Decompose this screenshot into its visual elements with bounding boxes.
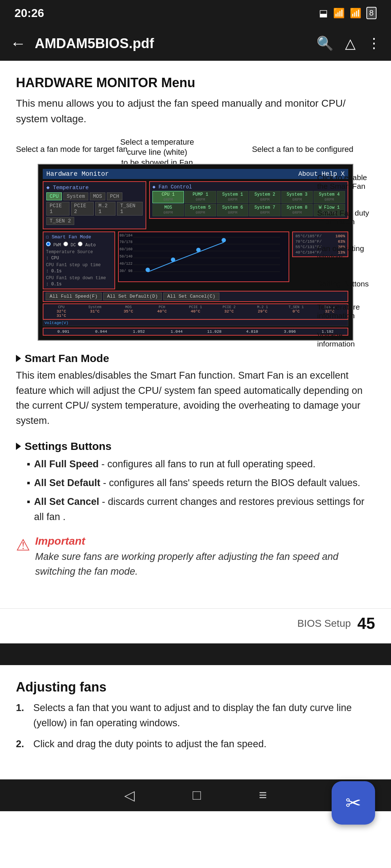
annot-smartfan-duty: Smart Fan dutyinformation bbox=[317, 209, 375, 226]
step-2-num: 2. bbox=[16, 737, 28, 752]
annot-setting-btns: Setting Buttons bbox=[317, 280, 375, 288]
temp-pcie2: PCIE 232°C bbox=[213, 305, 245, 318]
smart-fan-subsection: Smart Fan Mode This item enables/disable… bbox=[16, 352, 375, 429]
temp-tab-m21[interactable]: M.2 1 bbox=[95, 202, 115, 216]
triangle-icon bbox=[16, 355, 21, 362]
more-icon[interactable]: ⋮ bbox=[367, 35, 381, 51]
signal-icon: 📶 bbox=[350, 8, 361, 19]
drive-icon[interactable]: △ bbox=[345, 35, 356, 51]
right-annotations: Click to enablethe Smart Fan Smart Fan d… bbox=[317, 173, 375, 348]
step-1-num: 1. bbox=[16, 701, 28, 731]
volt-3: 1.052 bbox=[121, 329, 157, 334]
chart-grid bbox=[119, 232, 289, 281]
fab-button[interactable]: ✂ bbox=[332, 781, 375, 825]
adjusting-fans-list: 1. Selects a fan that you want to adjust… bbox=[16, 701, 375, 752]
step-1: 1. Selects a fan that you want to adjust… bbox=[16, 701, 375, 731]
important-label: Important bbox=[35, 535, 375, 547]
fan-sys1[interactable]: System 10RPM bbox=[217, 191, 248, 203]
annot-temp-info: Temperatureinformation bbox=[317, 303, 375, 320]
temp-mos: MOS35°C bbox=[112, 305, 145, 318]
wifi-icon: 📶 bbox=[333, 8, 345, 19]
temp-tab-pcie2[interactable]: PCIE 2 bbox=[71, 202, 94, 216]
bios-title-bar: Hardware Monitor About Help X bbox=[43, 169, 348, 179]
nav-back-button[interactable]: ◁ bbox=[124, 787, 135, 803]
fan-sys6[interactable]: System 60RPM bbox=[217, 204, 248, 216]
back-button[interactable]: ← bbox=[10, 34, 26, 52]
page1-content: HARDWARE MONITOR Menu This menu allows y… bbox=[0, 61, 391, 601]
temp-m21: M.2 129°C bbox=[246, 305, 279, 318]
bullet-desc-1: - configures all fans to run at full ope… bbox=[101, 459, 315, 469]
footer-label: BIOS Setup bbox=[297, 618, 351, 629]
bullet-all-set-cancel: All Set Cancel - discards current change… bbox=[27, 494, 375, 525]
smart-fan-chart: 80/184 70/178 60/160 50/140 40/122 30/ 9… bbox=[118, 231, 289, 282]
bullet-label-3: All Set Cancel bbox=[34, 496, 99, 507]
fan-pump1[interactable]: PUMP 10RPM bbox=[185, 191, 216, 203]
fan-sys3[interactable]: System 30RPM bbox=[281, 191, 313, 203]
nav-home-button[interactable]: □ bbox=[193, 787, 201, 803]
bullet-label-2: All Set Default bbox=[34, 477, 100, 488]
temperature-panel: ◆ Temperature CPU System MOS PCH PCIE 1 … bbox=[43, 181, 146, 229]
battery-icon: 8 bbox=[366, 7, 377, 19]
temp-system: System31°C bbox=[79, 305, 112, 318]
page2-content: Adjusting fans 1. Selects a fan that you… bbox=[0, 665, 391, 779]
temp-tab-pch[interactable]: PCH bbox=[107, 192, 122, 200]
section-desc: This menu allows you to adjust the fan s… bbox=[16, 95, 375, 127]
footer-page-num: 45 bbox=[357, 614, 375, 633]
settings-buttons-title: Settings Buttons bbox=[16, 440, 375, 452]
app-bar-actions: 🔍 △ ⋮ bbox=[316, 35, 381, 51]
temp-pcie1: PCIE 140°C bbox=[179, 305, 212, 318]
annot-enable-smartfan: Click to enablethe Smart Fan bbox=[317, 173, 375, 191]
fab-icon: ✂ bbox=[345, 792, 361, 814]
temp-pch: PCH40°C bbox=[146, 305, 178, 318]
temp-tabs3: T_SEN 2 bbox=[46, 217, 143, 225]
temp-panel-title: ◆ Temperature bbox=[46, 184, 143, 191]
all-set-cancel-btn[interactable]: All Set Cancel(C) bbox=[163, 293, 219, 300]
nav-menu-button[interactable]: ≡ bbox=[259, 787, 267, 803]
important-text-block: Important Make sure fans are working pro… bbox=[35, 535, 375, 580]
annot-fan-config: Select a fan to be configured bbox=[252, 144, 353, 155]
fan-mos[interactable]: MOS0RPM bbox=[152, 204, 184, 216]
section-title: HARDWARE MONITOR Menu bbox=[16, 75, 375, 90]
temp-tsen1: T_SEN 10°C bbox=[280, 305, 313, 318]
volt-1: 0.991 bbox=[45, 329, 82, 334]
fan-cpu1[interactable]: CPU 10RPM bbox=[152, 191, 184, 203]
fan-grid: CPU 10RPM PUMP 10RPM System 10RPM System… bbox=[152, 191, 345, 216]
bullet-desc-2: - configures all fans' speeds return the… bbox=[103, 477, 361, 488]
all-set-default-btn[interactable]: All Set Default(D) bbox=[103, 293, 162, 300]
step-1-text: Selects a fan that you want to adjust an… bbox=[33, 701, 375, 731]
status-icons: ⬓ 📶 📶 8 bbox=[319, 7, 377, 19]
settings-buttons-subsection: Settings Buttons All Full Speed - config… bbox=[16, 440, 375, 524]
setting-buttons-bar: All Full Speed(F) All Set Default(D) All… bbox=[43, 291, 348, 302]
temp-tab-mos[interactable]: MOS bbox=[90, 192, 105, 200]
page2-title: Adjusting fans bbox=[16, 680, 375, 695]
page-divider bbox=[0, 643, 391, 665]
bios-screen: Hardware Monitor About Help X ◆ Temperat… bbox=[38, 164, 353, 341]
temp-tab-pcie1[interactable]: PCIE 1 bbox=[46, 202, 70, 216]
temp-tabs: CPU System MOS PCH bbox=[46, 192, 143, 200]
bios-title: Hardware Monitor bbox=[46, 170, 109, 178]
page-footer: BIOS Setup 45 bbox=[0, 608, 391, 643]
all-full-speed-btn[interactable]: All Full Speed(F) bbox=[46, 293, 102, 300]
fan-sys5[interactable]: System 50RPM bbox=[185, 204, 216, 216]
temp-tab-sen2[interactable]: T_SEN 2 bbox=[46, 217, 74, 225]
about-btn[interactable]: About bbox=[298, 170, 318, 178]
volt-2: 0.944 bbox=[83, 329, 119, 334]
smart-fan-desc: This item enables/disables the Smart Fan… bbox=[16, 368, 375, 429]
bios-screenshot-area: Select a fan mode for target fan Select … bbox=[16, 137, 375, 341]
temp-tab-system[interactable]: System bbox=[63, 192, 88, 200]
bullet-label-1: All Full Speed bbox=[34, 459, 99, 469]
temp-tabs2: PCIE 1 PCIE 2 M.2 1 T_SEN 1 bbox=[46, 202, 143, 216]
fan-sys2[interactable]: System 20RPM bbox=[249, 191, 281, 203]
volt-5: 11.928 bbox=[196, 329, 233, 334]
important-text: Make sure fans are working properly afte… bbox=[35, 549, 375, 580]
bluetooth-icon: ⬓ bbox=[319, 8, 328, 19]
search-icon[interactable]: 🔍 bbox=[316, 35, 333, 51]
temp-tab-tsen1[interactable]: T_SEN 1 bbox=[117, 202, 143, 216]
fan-sys7[interactable]: System 70RPM bbox=[249, 204, 281, 216]
annot-voltage-info: Voltageinformation bbox=[317, 331, 375, 348]
temp-cpu: CPU32°C31°C bbox=[45, 305, 78, 318]
smart-fan-title: Smart Fan Mode bbox=[16, 352, 375, 365]
warning-icon: ⚠ bbox=[16, 536, 30, 554]
fan-sys8[interactable]: System 80RPM bbox=[281, 204, 313, 216]
temp-tab-cpu[interactable]: CPU bbox=[46, 192, 62, 200]
